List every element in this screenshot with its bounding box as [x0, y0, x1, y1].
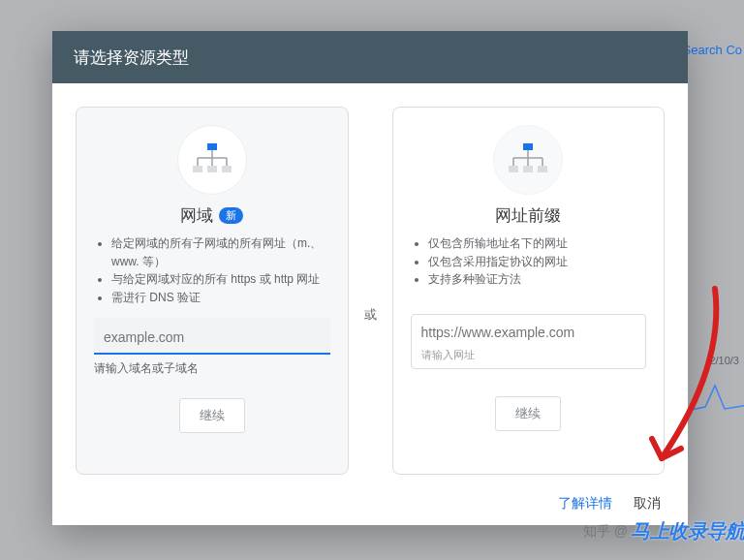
prefix-card-title-row: 网址前缀 [495, 204, 561, 227]
domain-card-title: 网域 [180, 204, 213, 227]
or-separator: 或 [362, 306, 379, 324]
list-item: 仅包含采用指定协议的网址 [428, 253, 647, 271]
svg-rect-12 [538, 166, 547, 172]
new-badge: 新 [219, 207, 243, 224]
dialog-footer: 了解详情 取消 [52, 482, 688, 525]
domain-continue-button[interactable]: 继续 [179, 398, 245, 433]
list-item: 给定网域的所有子网域的所有网址（m.、www. 等） [111, 234, 330, 270]
dialog-body: 网域 新 给定网域的所有子网域的所有网址（m.、www. 等） 与给定网域对应的… [52, 83, 688, 482]
svg-rect-3 [222, 166, 232, 172]
dialog-title: 请选择资源类型 [52, 31, 688, 83]
domain-bullets: 给定网域的所有子网域的所有网址（m.、www. 等） 与给定网域对应的所有 ht… [94, 234, 330, 306]
prefix-card-title: 网址前缀 [495, 204, 561, 227]
bg-sparkline [691, 376, 744, 415]
list-item: 仅包含所输地址名下的网址 [428, 234, 647, 253]
site-watermark: 马上收录导航 [631, 518, 744, 544]
prefix-input-box: 请输入网址 [411, 314, 647, 369]
property-type-dialog: 请选择资源类型 网域 新 [52, 31, 688, 525]
svg-rect-9 [523, 143, 533, 150]
svg-rect-11 [523, 166, 533, 172]
bg-date-axis: 2/10/3 [709, 355, 739, 366]
sitemap-icon [191, 142, 233, 177]
svg-rect-0 [207, 143, 217, 150]
svg-rect-10 [509, 166, 518, 172]
prefix-continue-button[interactable]: 继续 [495, 396, 561, 431]
svg-rect-1 [193, 166, 202, 172]
url-prefix-input[interactable] [421, 321, 636, 344]
domain-input-box [94, 318, 330, 355]
zhihu-watermark: 知乎 @ [583, 523, 628, 541]
search-console-link[interactable]: Search Co [683, 43, 742, 57]
list-item: 需进行 DNS 验证 [111, 289, 330, 307]
domain-icon-circle [177, 125, 247, 195]
prefix-bullets: 仅包含所输地址名下的网址 仅包含采用指定协议的网址 支持多种验证方法 [411, 234, 647, 302]
learn-more-link[interactable]: 了解详情 [558, 495, 612, 513]
cancel-button[interactable]: 取消 [634, 495, 661, 513]
svg-rect-2 [207, 166, 217, 172]
prefix-icon-circle [493, 125, 563, 195]
list-item: 支持多种验证方法 [428, 270, 647, 289]
url-prefix-card[interactable]: 网址前缀 仅包含所输地址名下的网址 仅包含采用指定协议的网址 支持多种验证方法 … [392, 107, 666, 475]
sitemap-icon [507, 142, 549, 177]
domain-input-helper: 请输入域名或子域名 [94, 360, 199, 377]
domain-input[interactable] [94, 318, 330, 355]
prefix-input-helper: 请输入网址 [421, 348, 636, 362]
domain-card[interactable]: 网域 新 给定网域的所有子网域的所有网址（m.、www. 等） 与给定网域对应的… [76, 107, 349, 475]
domain-card-title-row: 网域 新 [180, 204, 243, 227]
list-item: 与给定网域对应的所有 https 或 http 网址 [111, 270, 330, 289]
